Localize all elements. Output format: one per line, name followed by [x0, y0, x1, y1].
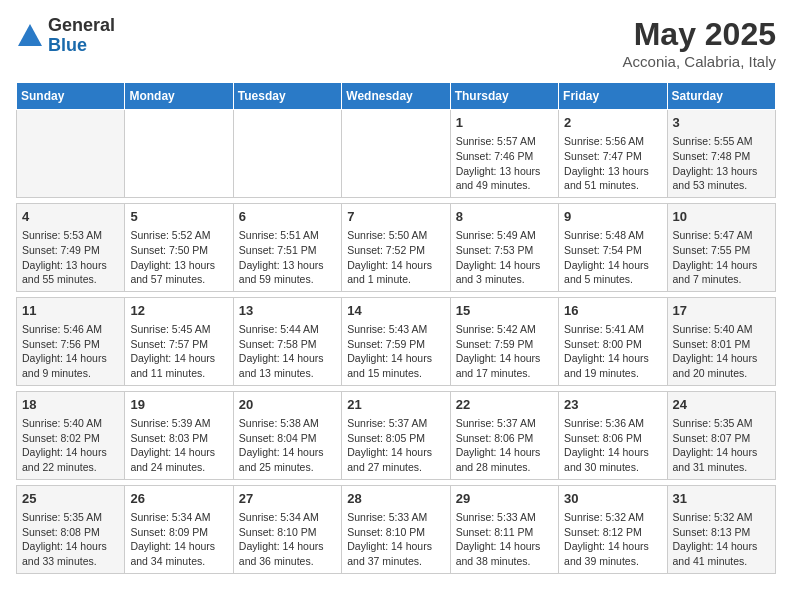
day-number: 9 — [564, 208, 661, 226]
day-info: Sunrise: 5:40 AMSunset: 8:02 PMDaylight:… — [22, 416, 119, 475]
week-row-2: 4Sunrise: 5:53 AMSunset: 7:49 PMDaylight… — [17, 203, 776, 291]
day-number: 29 — [456, 490, 553, 508]
day-number: 22 — [456, 396, 553, 414]
day-cell: 20Sunrise: 5:38 AMSunset: 8:04 PMDayligh… — [233, 391, 341, 479]
day-cell — [17, 110, 125, 198]
day-info: Sunrise: 5:55 AMSunset: 7:48 PMDaylight:… — [673, 134, 770, 193]
day-cell: 27Sunrise: 5:34 AMSunset: 8:10 PMDayligh… — [233, 485, 341, 573]
day-cell: 5Sunrise: 5:52 AMSunset: 7:50 PMDaylight… — [125, 203, 233, 291]
day-number: 15 — [456, 302, 553, 320]
day-info: Sunrise: 5:57 AMSunset: 7:46 PMDaylight:… — [456, 134, 553, 193]
day-cell: 2Sunrise: 5:56 AMSunset: 7:47 PMDaylight… — [559, 110, 667, 198]
day-number: 16 — [564, 302, 661, 320]
day-number: 21 — [347, 396, 444, 414]
week-row-3: 11Sunrise: 5:46 AMSunset: 7:56 PMDayligh… — [17, 297, 776, 385]
day-cell: 1Sunrise: 5:57 AMSunset: 7:46 PMDaylight… — [450, 110, 558, 198]
day-info: Sunrise: 5:49 AMSunset: 7:53 PMDaylight:… — [456, 228, 553, 287]
day-number: 20 — [239, 396, 336, 414]
day-number: 10 — [673, 208, 770, 226]
day-cell: 8Sunrise: 5:49 AMSunset: 7:53 PMDaylight… — [450, 203, 558, 291]
day-info: Sunrise: 5:52 AMSunset: 7:50 PMDaylight:… — [130, 228, 227, 287]
day-info: Sunrise: 5:35 AMSunset: 8:07 PMDaylight:… — [673, 416, 770, 475]
day-info: Sunrise: 5:32 AMSunset: 8:13 PMDaylight:… — [673, 510, 770, 569]
day-info: Sunrise: 5:50 AMSunset: 7:52 PMDaylight:… — [347, 228, 444, 287]
day-cell: 14Sunrise: 5:43 AMSunset: 7:59 PMDayligh… — [342, 297, 450, 385]
week-row-1: 1Sunrise: 5:57 AMSunset: 7:46 PMDaylight… — [17, 110, 776, 198]
day-number: 18 — [22, 396, 119, 414]
day-info: Sunrise: 5:36 AMSunset: 8:06 PMDaylight:… — [564, 416, 661, 475]
day-cell: 31Sunrise: 5:32 AMSunset: 8:13 PMDayligh… — [667, 485, 775, 573]
day-info: Sunrise: 5:42 AMSunset: 7:59 PMDaylight:… — [456, 322, 553, 381]
day-info: Sunrise: 5:45 AMSunset: 7:57 PMDaylight:… — [130, 322, 227, 381]
svg-marker-0 — [18, 24, 42, 46]
day-number: 24 — [673, 396, 770, 414]
week-row-4: 18Sunrise: 5:40 AMSunset: 8:02 PMDayligh… — [17, 391, 776, 479]
day-info: Sunrise: 5:39 AMSunset: 8:03 PMDaylight:… — [130, 416, 227, 475]
day-number: 19 — [130, 396, 227, 414]
day-cell: 10Sunrise: 5:47 AMSunset: 7:55 PMDayligh… — [667, 203, 775, 291]
day-number: 14 — [347, 302, 444, 320]
day-number: 26 — [130, 490, 227, 508]
day-info: Sunrise: 5:35 AMSunset: 8:08 PMDaylight:… — [22, 510, 119, 569]
calendar-subtitle: Acconia, Calabria, Italy — [623, 53, 776, 70]
day-cell — [125, 110, 233, 198]
calendar-header: SundayMondayTuesdayWednesdayThursdayFrid… — [17, 83, 776, 110]
day-info: Sunrise: 5:41 AMSunset: 8:00 PMDaylight:… — [564, 322, 661, 381]
title-block: May 2025 Acconia, Calabria, Italy — [623, 16, 776, 70]
day-number: 28 — [347, 490, 444, 508]
day-cell: 19Sunrise: 5:39 AMSunset: 8:03 PMDayligh… — [125, 391, 233, 479]
day-number: 12 — [130, 302, 227, 320]
day-info: Sunrise: 5:37 AMSunset: 8:06 PMDaylight:… — [456, 416, 553, 475]
day-cell — [233, 110, 341, 198]
day-cell: 16Sunrise: 5:41 AMSunset: 8:00 PMDayligh… — [559, 297, 667, 385]
day-info: Sunrise: 5:47 AMSunset: 7:55 PMDaylight:… — [673, 228, 770, 287]
day-cell: 12Sunrise: 5:45 AMSunset: 7:57 PMDayligh… — [125, 297, 233, 385]
day-cell: 7Sunrise: 5:50 AMSunset: 7:52 PMDaylight… — [342, 203, 450, 291]
day-number: 7 — [347, 208, 444, 226]
day-cell: 6Sunrise: 5:51 AMSunset: 7:51 PMDaylight… — [233, 203, 341, 291]
day-number: 6 — [239, 208, 336, 226]
calendar-title: May 2025 — [623, 16, 776, 53]
logo-general: General — [48, 16, 115, 36]
day-info: Sunrise: 5:33 AMSunset: 8:10 PMDaylight:… — [347, 510, 444, 569]
header-cell-thursday: Thursday — [450, 83, 558, 110]
day-cell — [342, 110, 450, 198]
day-number: 3 — [673, 114, 770, 132]
logo-text: General Blue — [48, 16, 115, 56]
header-cell-saturday: Saturday — [667, 83, 775, 110]
day-cell: 24Sunrise: 5:35 AMSunset: 8:07 PMDayligh… — [667, 391, 775, 479]
week-row-5: 25Sunrise: 5:35 AMSunset: 8:08 PMDayligh… — [17, 485, 776, 573]
day-cell: 15Sunrise: 5:42 AMSunset: 7:59 PMDayligh… — [450, 297, 558, 385]
day-number: 23 — [564, 396, 661, 414]
day-number: 17 — [673, 302, 770, 320]
day-number: 8 — [456, 208, 553, 226]
page-header: General Blue May 2025 Acconia, Calabria,… — [16, 16, 776, 70]
day-cell: 23Sunrise: 5:36 AMSunset: 8:06 PMDayligh… — [559, 391, 667, 479]
header-cell-wednesday: Wednesday — [342, 83, 450, 110]
day-info: Sunrise: 5:32 AMSunset: 8:12 PMDaylight:… — [564, 510, 661, 569]
day-info: Sunrise: 5:38 AMSunset: 8:04 PMDaylight:… — [239, 416, 336, 475]
day-info: Sunrise: 5:53 AMSunset: 7:49 PMDaylight:… — [22, 228, 119, 287]
day-number: 31 — [673, 490, 770, 508]
day-info: Sunrise: 5:44 AMSunset: 7:58 PMDaylight:… — [239, 322, 336, 381]
day-info: Sunrise: 5:43 AMSunset: 7:59 PMDaylight:… — [347, 322, 444, 381]
day-number: 1 — [456, 114, 553, 132]
day-cell: 25Sunrise: 5:35 AMSunset: 8:08 PMDayligh… — [17, 485, 125, 573]
header-cell-friday: Friday — [559, 83, 667, 110]
day-info: Sunrise: 5:48 AMSunset: 7:54 PMDaylight:… — [564, 228, 661, 287]
calendar-body: 1Sunrise: 5:57 AMSunset: 7:46 PMDaylight… — [17, 110, 776, 574]
day-number: 5 — [130, 208, 227, 226]
day-info: Sunrise: 5:51 AMSunset: 7:51 PMDaylight:… — [239, 228, 336, 287]
day-cell: 28Sunrise: 5:33 AMSunset: 8:10 PMDayligh… — [342, 485, 450, 573]
day-cell: 3Sunrise: 5:55 AMSunset: 7:48 PMDaylight… — [667, 110, 775, 198]
day-info: Sunrise: 5:46 AMSunset: 7:56 PMDaylight:… — [22, 322, 119, 381]
logo-blue: Blue — [48, 36, 115, 56]
header-cell-sunday: Sunday — [17, 83, 125, 110]
day-cell: 30Sunrise: 5:32 AMSunset: 8:12 PMDayligh… — [559, 485, 667, 573]
day-cell: 21Sunrise: 5:37 AMSunset: 8:05 PMDayligh… — [342, 391, 450, 479]
day-info: Sunrise: 5:33 AMSunset: 8:11 PMDaylight:… — [456, 510, 553, 569]
day-number: 30 — [564, 490, 661, 508]
day-info: Sunrise: 5:56 AMSunset: 7:47 PMDaylight:… — [564, 134, 661, 193]
logo-icon — [16, 22, 44, 50]
day-number: 2 — [564, 114, 661, 132]
